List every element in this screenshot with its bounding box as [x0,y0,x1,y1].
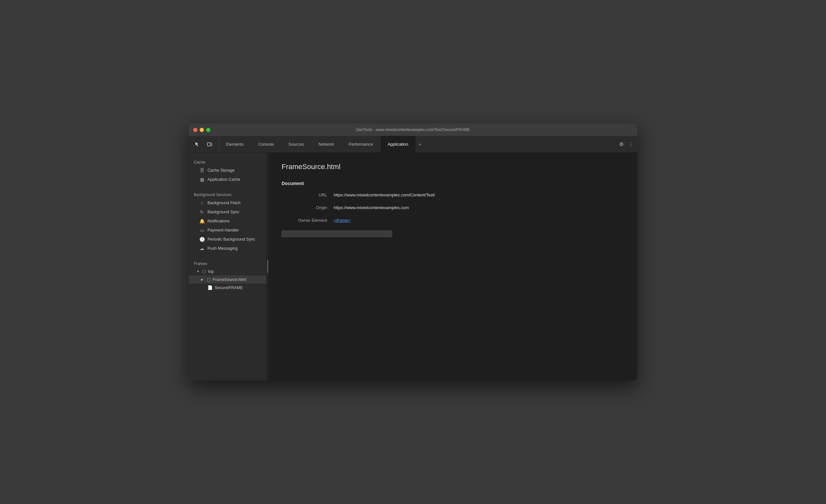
devtools-window: DevTools - www.mixedcontentexamples.com/… [189,124,637,380]
tab-overflow[interactable]: » [416,136,424,152]
owner-element-value[interactable]: <iframe> [334,218,350,223]
sidebar-item-bg-sync[interactable]: ↻ Background Sync [189,207,266,216]
title-bar: DevTools - www.mixedcontentexamples.com/… [189,124,637,136]
secure-iframe-icon: 📄 [208,285,213,290]
payment-handler-icon: ▭ [199,228,205,233]
owner-element-label: Owner Element [282,218,334,223]
minimize-button[interactable] [200,128,204,132]
tab-network[interactable]: Network [311,136,342,152]
cache-section-label: Cache [189,157,266,166]
sidebar-item-cache-storage[interactable]: 🗄 Cache Storage [189,166,266,175]
frame-source-icon: ▢ [207,277,211,282]
sidebar-item-notifications[interactable]: 🔔 Notifications [189,216,266,226]
sidebar-divider[interactable] [267,153,269,380]
svg-rect-1 [211,143,212,146]
close-button[interactable] [193,128,197,132]
page-title: FrameSource.html [282,163,625,171]
traffic-lights [193,128,211,132]
divider-handle [267,260,268,273]
filter-area [282,231,625,237]
url-row: URL https://www.mixedcontentexamples.com… [282,192,625,197]
chevron-down-icon: ▼ [196,269,200,273]
maximize-button[interactable] [206,128,211,132]
toolbar: Elements Console Sources Network Perform… [189,136,637,153]
secure-iframe[interactable]: 📄 SecureIFRAME [189,284,266,292]
more-icon[interactable]: ⋮ [628,141,634,147]
toolbar-right: ⚙ ⋮ [615,136,637,152]
main-content: Cache 🗄 Cache Storage ▦ Application Cach… [189,153,637,380]
origin-label: Origin [282,205,334,210]
frames-section-label: Frames [189,258,266,267]
sidebar-item-push-messaging[interactable]: ☁ Push Messaging [189,244,266,253]
tab-application[interactable]: Application [380,136,416,152]
frame-source-html[interactable]: ▶ ▢ FrameSource.html [189,275,266,284]
app-cache-icon: ▦ [199,177,205,182]
svg-rect-0 [208,143,211,146]
filter-input[interactable] [282,231,392,237]
owner-element-row: Owner Element <iframe> [282,218,625,223]
origin-value: https://www.mixedcontentexamples.com [334,205,409,210]
notifications-icon: 🔔 [199,218,205,224]
sidebar-item-payment-handler[interactable]: ▭ Payment Handler [189,226,266,235]
chevron-right-icon: ▶ [201,278,205,281]
settings-icon[interactable]: ⚙ [619,141,624,147]
toolbar-icons [189,136,219,152]
sidebar-item-periodic-bg-sync[interactable]: 🕐 Periodic Background Sync [189,235,266,244]
bg-sync-icon: ↻ [199,209,205,214]
document-section-header: Document [282,181,625,186]
url-label: URL [282,192,334,197]
device-toggle-icon[interactable] [205,139,215,149]
sidebar-item-app-cache[interactable]: ▦ Application Cache [189,175,266,184]
tab-elements[interactable]: Elements [219,136,251,152]
periodic-bg-sync-icon: 🕐 [199,237,205,242]
inspect-icon[interactable] [192,139,202,149]
bg-services-section-label: Background Services [189,189,266,198]
bg-fetch-icon: ↕ [199,200,205,205]
sidebar: Cache 🗄 Cache Storage ▦ Application Cach… [189,153,267,380]
tab-performance[interactable]: Performance [342,136,380,152]
tab-bar: Elements Console Sources Network Perform… [219,136,615,152]
tab-console[interactable]: Console [251,136,281,152]
url-value: https://www.mixedcontentexamples.com/Con… [334,192,435,197]
push-messaging-icon: ☁ [199,246,205,251]
frame-top-icon: ▢ [202,269,206,274]
window-title: DevTools - www.mixedcontentexamples.com/… [356,127,470,132]
main-panel: FrameSource.html Document URL https://ww… [269,153,637,380]
sidebar-item-bg-fetch[interactable]: ↕ Background Fetch [189,198,266,207]
tab-sources[interactable]: Sources [281,136,311,152]
frame-top[interactable]: ▼ ▢ top [189,267,266,275]
origin-row: Origin https://www.mixedcontentexamples.… [282,205,625,210]
cache-storage-icon: 🗄 [199,168,205,173]
